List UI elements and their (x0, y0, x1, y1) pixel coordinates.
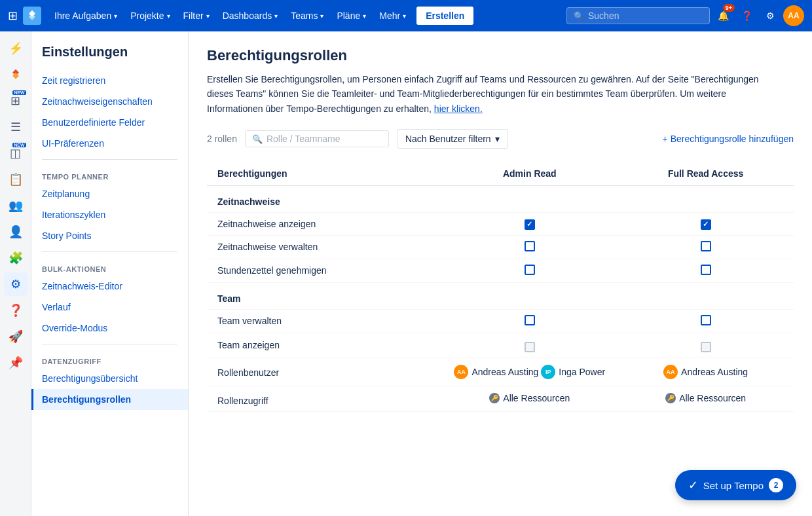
checkbox-admin-anzeigen[interactable] (525, 219, 535, 230)
page-title: Berechtigungsrollen (207, 47, 794, 64)
nav-plans[interactable]: Pläne ▾ (331, 7, 371, 25)
user-avatar: AA (454, 365, 468, 379)
description-link[interactable]: hier klicken. (434, 103, 483, 114)
logo[interactable] (23, 7, 41, 25)
settings-nav-verlauf[interactable]: Verlauf (31, 297, 188, 318)
sidebar-icon-help[interactable]: ❓ (4, 299, 28, 322)
settings-nav-zeit-registrieren[interactable]: Zeit registrieren (31, 70, 188, 91)
settings-nav-ui[interactable]: UI-Präferenzen (31, 133, 188, 154)
help-button[interactable]: ❓ (736, 5, 757, 26)
roles-count: 2 rollen (207, 134, 237, 144)
checkbox-full-verwalten[interactable] (701, 241, 711, 251)
rollenzugriff-row: Rollenzugriff 🔑 Alle Ressourcen 🔑 Alle R… (207, 386, 794, 411)
settings-sidebar: Einstellungen Zeit registrieren Zeitnach… (31, 31, 189, 516)
settings-button[interactable]: ⚙ (760, 5, 781, 26)
filter-button[interactable]: Nach Benutzer filtern ▾ (397, 129, 508, 149)
nav-teams[interactable]: Teams ▾ (286, 7, 329, 25)
settings-nav-zeitnachweis-editor[interactable]: Zeitnachweis-Editor (31, 276, 188, 297)
grid-icon[interactable]: ⊞ (8, 9, 18, 23)
admin-resources-cell: 🔑 Alle Ressourcen (441, 386, 618, 411)
search-field[interactable]: 🔍 (245, 130, 389, 147)
checkbox-full-genehmigen[interactable] (701, 265, 711, 275)
divider2 (42, 251, 177, 252)
settings-nav-iterationszyklen[interactable]: Iterationszyklen (31, 204, 188, 225)
sidebar-icon-apps[interactable]: 🧩 (4, 246, 28, 270)
section-zeitnachweise: Zeitnachweise (207, 186, 794, 213)
nav-tasks[interactable]: Ihre Aufgaben ▾ (49, 7, 122, 25)
section-tempo-planner: TEMPO PLANNER (31, 165, 188, 183)
checkbox-full-team-verwalten[interactable] (701, 315, 711, 325)
settings-nav-story-points[interactable]: Story Points (31, 225, 188, 246)
chevron-down-icon: ▾ (320, 12, 323, 20)
search-input[interactable] (588, 10, 703, 21)
chevron-down-icon: ▾ (114, 12, 117, 20)
rollenbenutzer-label: Rollenbenutzer (207, 358, 441, 386)
divider (42, 159, 177, 160)
sidebar-icon-home[interactable]: ⚡ (4, 37, 28, 60)
settings-nav-override[interactable]: Override-Modus (31, 318, 188, 339)
full-users-cell: AA Andreas Austing (618, 358, 794, 386)
sidebar-icon-tempo[interactable] (4, 63, 28, 86)
settings-title: Einstellungen (31, 45, 188, 70)
tempo-icon: ✓ (688, 478, 698, 492)
sidebar-icon-backlog[interactable]: 📋 (4, 168, 28, 191)
sidebar-icon-pin[interactable]: 📌 (4, 351, 28, 375)
user-avatar: IP (541, 365, 555, 379)
chevron-down-icon: ▾ (363, 12, 366, 20)
section-bulk-aktionen: BULK-AKTIONEN (31, 257, 188, 276)
checkbox-admin-team-anzeigen (525, 342, 535, 352)
nav-projects[interactable]: Projekte ▾ (125, 7, 175, 25)
checkbox-admin-verwalten[interactable] (525, 241, 535, 251)
checkbox-full-team-anzeigen (701, 342, 711, 352)
user-chip-admin-1: AA Andreas Austing (454, 365, 538, 379)
chevron-down-icon: ▾ (495, 134, 500, 144)
full-resources-cell: 🔑 Alle Ressourcen (618, 386, 794, 411)
table-row: Team anzeigen (207, 333, 794, 358)
settings-nav-berechtigungsuebersicht[interactable]: Berechtigungsübersicht (31, 368, 188, 389)
table-row: Team verwalten (207, 309, 794, 333)
perm-label: Team verwalten (207, 309, 441, 333)
icon-sidebar: ⚡ ⊞NEW ☰ ◫NEW 📋 👥 👤 🧩 ⚙ ❓ 🚀 📌 (0, 31, 31, 516)
sidebar-icon-list[interactable]: ☰ (4, 115, 28, 139)
role-search-input[interactable] (267, 134, 382, 144)
setup-badge: 2 (769, 478, 783, 492)
checkbox-full-anzeigen[interactable] (701, 219, 711, 230)
sidebar-icon-rocket[interactable]: 🚀 (4, 325, 28, 348)
sidebar-icon-teams[interactable]: 👥 (4, 194, 28, 217)
setup-tempo-button[interactable]: ✓ Set up Tempo 2 (675, 470, 796, 500)
user-name: Andreas Austing (681, 367, 748, 377)
nav-filter[interactable]: Filter ▾ (178, 7, 215, 25)
user-name: Inga Power (559, 367, 605, 377)
checkbox-admin-genehmigen[interactable] (525, 265, 535, 275)
settings-nav-berechtigungsrollen[interactable]: Berechtigungsrollen (31, 389, 188, 410)
avatar[interactable]: AA (783, 5, 804, 26)
resource-chip-full: 🔑 Alle Ressourcen (665, 393, 746, 403)
settings-nav-zeitplanung[interactable]: Zeitplanung (31, 183, 188, 204)
sidebar-icon-settings[interactable]: ⚙ (4, 272, 28, 296)
nav-more[interactable]: Mehr ▾ (374, 7, 411, 25)
perm-label: Stundenzettel genehmigen (207, 259, 441, 282)
add-role-button[interactable]: + Berechtigungsrolle hinzufügen (663, 134, 794, 144)
user-chip-full-1: AA Andreas Austing (663, 365, 748, 379)
create-button[interactable]: Erstellen (416, 7, 473, 25)
checkbox-admin-team-verwalten[interactable] (525, 315, 535, 325)
sidebar-icon-new1[interactable]: ⊞NEW (4, 89, 28, 113)
settings-nav-benutzerdefinierte[interactable]: Benutzerdefinierte Felder (31, 112, 188, 133)
perm-label: Zeitnachweise verwalten (207, 235, 441, 259)
section-team: Team (207, 282, 794, 309)
nav-dashboards[interactable]: Dashboards ▾ (217, 7, 284, 25)
table-row: Stundenzettel genehmigen (207, 259, 794, 282)
sidebar-icon-new2[interactable]: ◫NEW (4, 141, 28, 165)
key-icon: 🔑 (665, 393, 676, 403)
rollenzugriff-label: Rollenzugriff (207, 386, 441, 411)
col-permissions: Berechtigungen (207, 162, 441, 186)
notifications-button[interactable]: 🔔 9+ (712, 5, 733, 26)
sidebar-icon-user[interactable]: 👤 (4, 220, 28, 244)
search-box[interactable]: 🔍 (566, 7, 710, 24)
key-icon: 🔑 (489, 393, 500, 403)
settings-nav-zeitnachweise[interactable]: Zeitnachweiseigenschaften (31, 91, 188, 112)
page-description: Erstellen Sie Berechtigungsrollen, um Pe… (207, 72, 783, 116)
user-chip-admin-2: IP Inga Power (541, 365, 605, 379)
admin-users-cell: AA Andreas Austing IP Inga Power (441, 358, 618, 386)
rollenbenutzer-row: Rollenbenutzer AA Andreas Austing IP Ing… (207, 358, 794, 386)
